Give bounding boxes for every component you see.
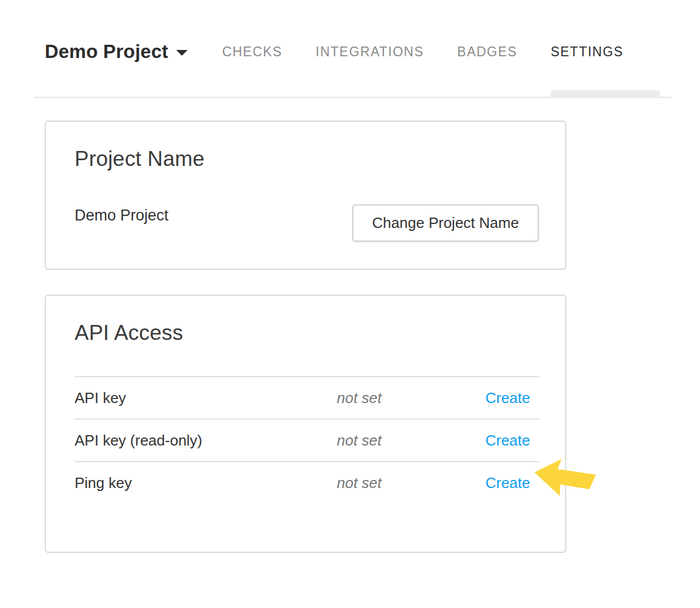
nav-tabs: CHECKS INTEGRATIONS BADGES SETTINGS (222, 44, 624, 60)
chevron-down-icon (176, 50, 188, 56)
ping-key-label: Ping key (75, 474, 337, 492)
table-row-api-key-readonly: API key (read-only) not set Create (75, 419, 539, 461)
api-access-card: API Access API key not set Create API ke… (45, 295, 566, 553)
tab-badges[interactable]: BADGES (457, 44, 518, 60)
tab-checks[interactable]: CHECKS (222, 44, 282, 60)
api-keys-table: API key not set Create API key (read-onl… (75, 376, 539, 504)
project-switcher-dropdown[interactable]: Demo Project (45, 41, 188, 63)
project-name-card: Project Name Demo Project Change Project… (45, 121, 566, 270)
header-divider (34, 96, 672, 98)
table-row-api-key: API key not set Create (75, 376, 539, 419)
ping-key-create-link[interactable]: Create (485, 474, 539, 492)
tab-integrations[interactable]: INTEGRATIONS (316, 44, 424, 60)
project-title: Demo Project (45, 41, 168, 63)
current-project-name: Demo Project (75, 207, 169, 224)
ping-key-value: not set (337, 474, 485, 492)
api-key-readonly-label: API key (read-only) (75, 432, 337, 450)
api-key-readonly-value: not set (337, 432, 485, 450)
api-key-value: not set (337, 389, 485, 407)
api-key-readonly-create-link[interactable]: Create (485, 432, 539, 450)
top-navigation: Demo Project CHECKS INTEGRATIONS BADGES … (45, 33, 689, 70)
project-name-card-title: Project Name (75, 147, 205, 171)
change-project-name-button[interactable]: Change Project Name (352, 204, 539, 242)
api-key-create-link[interactable]: Create (485, 389, 539, 407)
api-key-label: API key (75, 389, 337, 407)
tab-settings[interactable]: SETTINGS (551, 44, 624, 60)
api-access-card-title: API Access (75, 321, 183, 345)
table-row-ping-key: Ping key not set Create (75, 461, 539, 504)
